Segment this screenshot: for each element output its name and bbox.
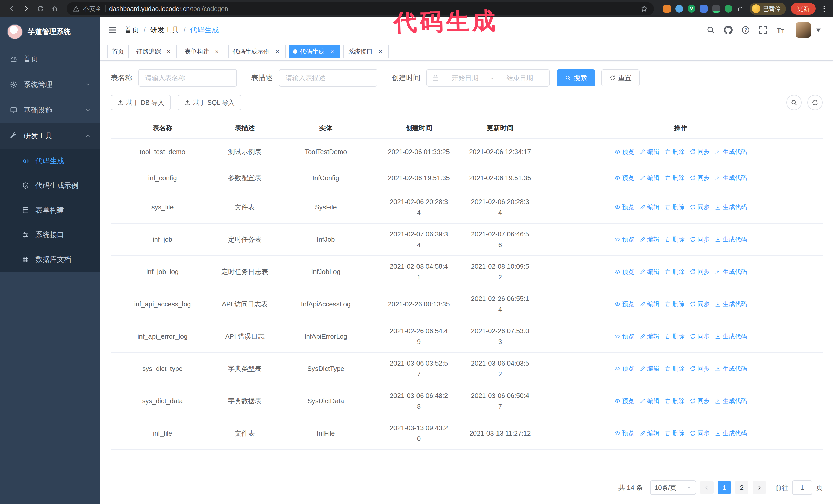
chrome-update-button[interactable]: 更新 (791, 3, 815, 15)
action-eye-link[interactable]: 预览 (614, 395, 634, 406)
action-eye-link[interactable]: 预览 (614, 234, 634, 245)
search-button[interactable]: 搜索 (557, 70, 595, 87)
action-edit-link[interactable]: 编辑 (640, 331, 660, 342)
user-menu[interactable] (795, 22, 823, 38)
action-eye-link[interactable]: 预览 (614, 331, 634, 342)
next-page-button[interactable] (753, 481, 766, 494)
help-icon[interactable] (741, 26, 750, 34)
action-refresh-link[interactable]: 同步 (690, 299, 710, 309)
fullscreen-icon[interactable] (759, 26, 767, 34)
action-download-link[interactable]: 生成代码 (715, 428, 747, 439)
action-delete-link[interactable]: 删除 (665, 395, 685, 406)
tab-5[interactable]: 系统接口× (343, 45, 388, 58)
action-delete-link[interactable]: 删除 (665, 202, 685, 213)
action-refresh-link[interactable]: 同步 (690, 363, 710, 374)
tab-1[interactable]: 链路追踪× (132, 45, 177, 58)
prev-page-button[interactable] (700, 481, 714, 494)
bookmark-star-icon[interactable] (641, 5, 648, 12)
action-download-link[interactable]: 生成代码 (715, 172, 747, 183)
goto-page-input[interactable] (792, 480, 812, 495)
search-icon[interactable] (706, 26, 715, 34)
action-download-link[interactable]: 生成代码 (715, 146, 747, 157)
table-name-input[interactable] (138, 69, 237, 87)
action-edit-link[interactable]: 编辑 (640, 428, 660, 439)
close-tab-icon[interactable]: × (213, 48, 220, 55)
extension-icon-2[interactable] (675, 5, 683, 13)
sidebar-item-0[interactable]: 首页 (0, 46, 100, 72)
tab-2[interactable]: 表单构建× (180, 45, 225, 58)
extension-icon-4[interactable] (700, 5, 708, 13)
toggle-search-button[interactable] (786, 95, 802, 110)
action-refresh-link[interactable]: 同步 (690, 428, 710, 439)
home-icon[interactable] (48, 2, 62, 16)
action-edit-link[interactable]: 编辑 (640, 266, 660, 277)
action-edit-link[interactable]: 编辑 (640, 202, 660, 213)
tab-3[interactable]: 代码生成示例× (228, 45, 286, 58)
action-refresh-link[interactable]: 同步 (690, 395, 710, 406)
breadcrumb-item-1[interactable]: 研发工具 (150, 25, 179, 35)
action-download-link[interactable]: 生成代码 (715, 363, 747, 374)
action-delete-link[interactable]: 删除 (665, 234, 685, 245)
breadcrumb-item-0[interactable]: 首页 (124, 25, 139, 35)
extension-icon-5[interactable] (712, 5, 720, 13)
action-edit-link[interactable]: 编辑 (640, 395, 660, 406)
import-db-button[interactable]: 基于 DB 导入 (111, 95, 171, 110)
action-eye-link[interactable]: 预览 (614, 428, 634, 439)
action-delete-link[interactable]: 删除 (665, 299, 685, 309)
font-size-icon[interactable] (776, 26, 785, 34)
action-refresh-link[interactable]: 同步 (690, 266, 710, 277)
tab-4[interactable]: 代码生成× (289, 45, 340, 58)
action-download-link[interactable]: 生成代码 (715, 266, 747, 277)
close-tab-icon[interactable]: × (329, 48, 336, 55)
action-delete-link[interactable]: 删除 (665, 172, 685, 183)
action-delete-link[interactable]: 删除 (665, 266, 685, 277)
sidebar-item-2[interactable]: 基础设施 (0, 97, 100, 123)
action-refresh-link[interactable]: 同步 (690, 172, 710, 183)
action-edit-link[interactable]: 编辑 (640, 172, 660, 183)
sidebar-subitem-1[interactable]: 代码生成示例 (0, 173, 100, 198)
action-eye-link[interactable]: 预览 (614, 202, 634, 213)
extension-icon-6[interactable] (724, 5, 732, 13)
refresh-table-button[interactable] (807, 95, 823, 110)
tab-0[interactable]: 首页 (107, 45, 129, 58)
action-eye-link[interactable]: 预览 (614, 172, 634, 183)
sidebar-item-3[interactable]: 研发工具 (0, 123, 100, 149)
sidebar-subitem-3[interactable]: 系统接口 (0, 222, 100, 247)
action-delete-link[interactable]: 删除 (665, 428, 685, 439)
reset-button[interactable]: 重置 (601, 70, 640, 87)
extensions-puzzle-icon[interactable] (737, 5, 744, 13)
close-tab-icon[interactable]: × (274, 48, 281, 55)
date-range-picker[interactable]: 开始日期 - 结束日期 (427, 69, 549, 87)
action-refresh-link[interactable]: 同步 (690, 234, 710, 245)
sidebar-subitem-4[interactable]: 数据库文档 (0, 247, 100, 272)
action-delete-link[interactable]: 删除 (665, 146, 685, 157)
back-icon[interactable] (5, 2, 19, 16)
sidebar-subitem-2[interactable]: 表单构建 (0, 198, 100, 222)
hamburger-icon[interactable] (108, 26, 117, 34)
close-tab-icon[interactable]: × (377, 48, 384, 55)
action-edit-link[interactable]: 编辑 (640, 234, 660, 245)
page-size-select[interactable]: 10条/页 (650, 480, 696, 495)
action-download-link[interactable]: 生成代码 (715, 299, 747, 309)
action-delete-link[interactable]: 删除 (665, 363, 685, 374)
action-edit-link[interactable]: 编辑 (640, 146, 660, 157)
action-eye-link[interactable]: 预览 (614, 299, 634, 309)
action-download-link[interactable]: 生成代码 (715, 331, 747, 342)
reload-icon[interactable] (34, 2, 47, 16)
action-delete-link[interactable]: 删除 (665, 331, 685, 342)
close-tab-icon[interactable]: × (165, 48, 172, 55)
forward-icon[interactable] (20, 2, 33, 16)
table-desc-input[interactable] (279, 69, 377, 87)
action-edit-link[interactable]: 编辑 (640, 299, 660, 309)
action-refresh-link[interactable]: 同步 (690, 331, 710, 342)
github-icon[interactable] (724, 26, 733, 34)
sidebar-logo[interactable]: 芋道管理系统 (0, 18, 100, 46)
action-download-link[interactable]: 生成代码 (715, 234, 747, 245)
action-refresh-link[interactable]: 同步 (690, 202, 710, 213)
page-button-2[interactable]: 2 (735, 481, 748, 494)
import-sql-button[interactable]: 基于 SQL 导入 (177, 95, 241, 110)
page-button-1[interactable]: 1 (718, 481, 731, 494)
address-bar[interactable]: 不安全 dashboard.yudao.iocoder.cn/tool/code… (67, 2, 654, 16)
extension-icon-3[interactable]: V (688, 5, 695, 13)
action-download-link[interactable]: 生成代码 (715, 395, 747, 406)
